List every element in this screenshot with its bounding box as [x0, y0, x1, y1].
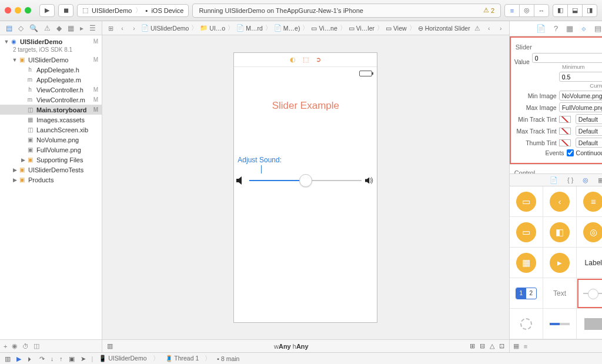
resolve-icon[interactable]: △: [490, 342, 494, 350]
jump-seg[interactable]: 📄 M…rd: [236, 24, 263, 32]
color-swatch[interactable]: [559, 128, 571, 135]
step-over-icon[interactable]: ↷: [39, 355, 45, 362]
issue-nav-icon[interactable]: ⚠: [44, 24, 51, 32]
lib-tab-bar-vc[interactable]: ▭: [510, 217, 543, 248]
debug-process[interactable]: 📱 UISliderDemo: [99, 355, 146, 362]
slider-thumb[interactable]: [299, 174, 312, 187]
step-into-icon[interactable]: ↓: [51, 355, 53, 362]
jump-seg[interactable]: 📄 UISliderDemo: [141, 24, 189, 32]
standard-editor[interactable]: ≡: [504, 4, 520, 17]
list-view-icon[interactable]: ≡: [524, 343, 527, 350]
vc-icon[interactable]: ◐: [290, 56, 296, 64]
issues-prev-icon[interactable]: ⚠: [473, 25, 482, 32]
minimize-window[interactable]: [15, 7, 21, 14]
size-inspector-icon[interactable]: ▤: [594, 24, 601, 33]
tree-item[interactable]: hAppDelegate.h: [0, 65, 102, 75]
tree-item[interactable]: ▼▣UISliderDemoM: [0, 55, 102, 65]
tree-item[interactable]: ▣NoVolume.png: [0, 135, 102, 145]
scm-icon[interactable]: ◫: [34, 342, 39, 350]
slider-control[interactable]: [236, 176, 374, 185]
adjust-sound-label[interactable]: Adjust Sound:: [238, 156, 282, 164]
current-value-field[interactable]: [559, 72, 602, 82]
lib-object[interactable]: ▦: [510, 248, 543, 278]
quick-help-icon[interactable]: ?: [554, 24, 558, 33]
min-track-tint-select[interactable]: Default: [576, 114, 602, 124]
tree-item[interactable]: mViewController.mM: [0, 95, 102, 105]
debug-thread[interactable]: 🧵 Thread 1: [165, 355, 199, 362]
continuous-updates-checkbox[interactable]: [567, 149, 574, 156]
lib-split-vc[interactable]: ◧: [543, 217, 577, 248]
lib-segmented[interactable]: 12: [510, 278, 543, 309]
file-template-icon[interactable]: 📄: [550, 176, 558, 184]
scheme-selector[interactable]: ⬚ UISliderDemo 〉 ▪ iOS Device: [77, 4, 189, 17]
min-image-select[interactable]: NoVolume.png: [559, 91, 602, 101]
assistant-editor[interactable]: ◎: [519, 4, 534, 17]
test-nav-icon[interactable]: ◆: [56, 24, 62, 32]
close-window[interactable]: [5, 7, 11, 14]
project-nav-icon[interactable]: ▤: [6, 24, 12, 32]
recent-icon[interactable]: ⏱: [22, 343, 29, 350]
max-track-tint-select[interactable]: Default: [576, 126, 602, 136]
tree-item[interactable]: ▶▣UISliderDemoTests: [0, 165, 102, 175]
jump-seg[interactable]: 📁 UI…o: [200, 24, 225, 32]
breakpoints-icon[interactable]: ▶: [16, 355, 21, 362]
min-value-field[interactable]: [532, 53, 602, 63]
version-editor[interactable]: ↔: [534, 4, 549, 17]
debug-frame[interactable]: ▪ 8 main: [217, 355, 239, 362]
breakpoint-nav-icon[interactable]: ▸: [80, 24, 83, 32]
tree-item[interactable]: ▦Images.xcassets: [0, 115, 102, 125]
toggle-debug-area[interactable]: ⬓: [567, 4, 583, 17]
lib-object2[interactable]: ▸: [543, 248, 577, 278]
forward-button[interactable]: ›: [129, 25, 139, 32]
related-items-icon[interactable]: ⊞: [106, 25, 115, 32]
tree-item-selected[interactable]: ◫Main.storyboardM: [0, 105, 102, 115]
first-responder-icon[interactable]: ⬚: [303, 56, 309, 64]
media-library-icon[interactable]: ▦: [598, 176, 602, 184]
lib-activity[interactable]: [510, 309, 543, 339]
continue-icon[interactable]: ⏵: [27, 355, 34, 362]
color-swatch[interactable]: [559, 139, 571, 146]
back-button[interactable]: ‹: [118, 25, 127, 32]
identity-inspector-icon[interactable]: ▦: [566, 24, 573, 33]
tree-item[interactable]: mAppDelegate.m: [0, 75, 102, 85]
grid-view-icon[interactable]: ▦: [513, 342, 519, 350]
align-icon[interactable]: ⊞: [470, 342, 475, 350]
title-label[interactable]: Slider Example: [234, 100, 377, 112]
outline-toggle-icon[interactable]: ▥: [107, 342, 113, 350]
ib-canvas[interactable]: → ◐ ⬚ ➲ Slider Example Adjust Sound:: [102, 35, 509, 339]
symbol-nav-icon[interactable]: ◇: [18, 24, 24, 32]
stop-button[interactable]: ◼: [58, 4, 73, 17]
lib-page-vc[interactable]: ◎: [577, 217, 602, 248]
report-nav-icon[interactable]: ☰: [89, 24, 96, 32]
toggle-utilities[interactable]: ◨: [582, 4, 597, 17]
jump-seg[interactable]: ▭ Vi…ne: [311, 25, 337, 32]
zoom-window[interactable]: [25, 7, 31, 14]
lib-pageview[interactable]: [577, 309, 602, 339]
toggle-navigator[interactable]: ◧: [553, 4, 568, 17]
project-root[interactable]: ▼◉ UISliderDemo M: [0, 36, 102, 46]
debug-nav-icon[interactable]: ▦: [68, 24, 74, 32]
lib-nav-controller[interactable]: ‹: [543, 186, 577, 217]
location-icon[interactable]: ➤: [81, 355, 86, 362]
nav-right-icon[interactable]: ›: [496, 25, 506, 32]
tree-item[interactable]: ▣FullVolume.png: [0, 145, 102, 155]
jump-seg[interactable]: ⊖ Horizontal Slider: [418, 25, 470, 32]
find-nav-icon[interactable]: 🔍: [29, 24, 38, 32]
run-button[interactable]: ▶: [39, 4, 55, 17]
color-swatch[interactable]: [559, 116, 571, 123]
jump-seg[interactable]: ▭ Vi…ler: [349, 25, 374, 32]
resize-icon[interactable]: ⊡: [499, 342, 504, 350]
debug-view-icon[interactable]: ▣: [69, 355, 75, 362]
thumb-tint-select[interactable]: Default: [576, 138, 602, 148]
lib-view-controller[interactable]: ▭: [510, 186, 543, 217]
size-class-control[interactable]: wAny hAny: [274, 343, 309, 350]
step-out-icon[interactable]: ↑: [59, 355, 62, 362]
exit-icon[interactable]: ➲: [316, 56, 321, 64]
tree-item[interactable]: ◫LaunchScreen.xib: [0, 125, 102, 135]
warning-indicator[interactable]: ⚠ 2: [483, 6, 494, 14]
jump-seg[interactable]: 📄 M…e): [274, 24, 300, 32]
tree-item[interactable]: hViewController.hM: [0, 85, 102, 95]
toggle-debug-icon[interactable]: ▥: [5, 355, 11, 362]
lib-progress[interactable]: [543, 309, 577, 339]
tree-item[interactable]: ▶▣Products: [0, 175, 102, 185]
